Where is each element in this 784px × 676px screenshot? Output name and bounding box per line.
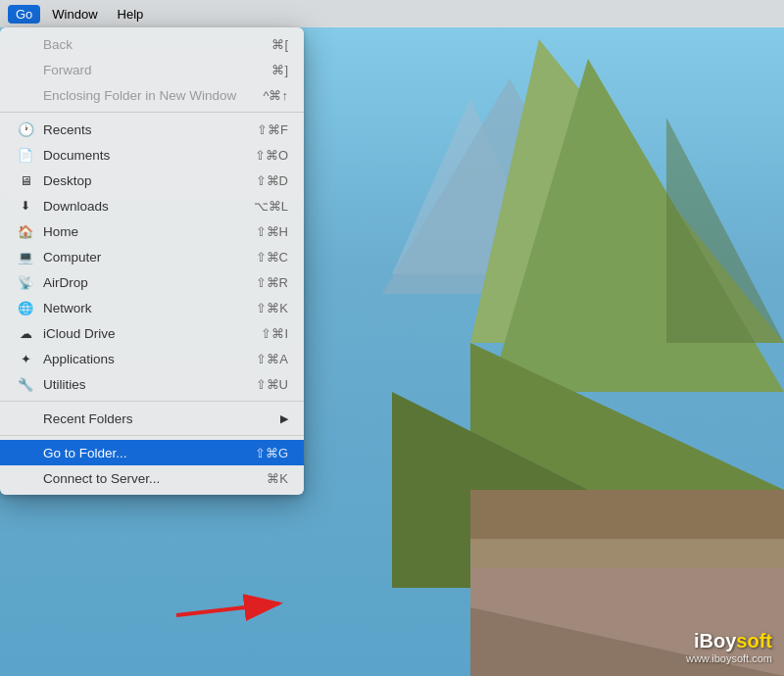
network-icon: 🌐: [16, 301, 35, 315]
computer-icon: 💻: [16, 250, 35, 265]
desktop-icon: 🖥: [16, 173, 35, 188]
network-shortcut: ⇧⌘K: [256, 301, 288, 315]
home-icon: 🏠: [16, 224, 35, 239]
menu-item-connect-server[interactable]: Connect to Server... ⌘K: [0, 465, 304, 491]
menu-item-airdrop[interactable]: 📡 AirDrop ⇧⌘R: [0, 269, 304, 295]
menu-go[interactable]: Go: [8, 5, 40, 24]
watermark-iboy: iBoy: [694, 630, 736, 652]
menu-item-applications[interactable]: ✦ Applications ⇧⌘A: [0, 346, 304, 371]
downloads-icon: ⬇: [16, 199, 35, 213]
utilities-label: Utilities: [43, 377, 256, 392]
menu-item-desktop[interactable]: 🖥 Desktop ⇧⌘D: [0, 168, 304, 193]
separator-2: [0, 401, 304, 402]
menu-item-go-to-folder[interactable]: Go to Folder... ⇧⌘G: [0, 440, 304, 465]
computer-label: Computer: [43, 250, 256, 265]
airdrop-shortcut: ⇧⌘R: [256, 275, 288, 290]
icloud-label: iCloud Drive: [43, 326, 261, 341]
menu-item-icloud[interactable]: ☁ iCloud Drive ⇧⌘I: [0, 320, 304, 346]
computer-shortcut: ⇧⌘C: [256, 250, 288, 265]
connect-server-label: Connect to Server...: [43, 471, 267, 486]
menu-item-recents[interactable]: 🕐 Recents ⇧⌘F: [0, 117, 304, 142]
downloads-shortcut: ⌥⌘L: [254, 199, 288, 214]
menu-item-recent-folders[interactable]: Recent Folders ▶: [0, 406, 304, 431]
connect-server-shortcut: ⌘K: [267, 471, 288, 486]
arrow-annotation: [167, 586, 304, 629]
separator-3: [0, 435, 304, 436]
menu-item-home[interactable]: 🏠 Home ⇧⌘H: [0, 218, 304, 244]
submenu-arrow: ▶: [280, 412, 288, 425]
enclosing-label: Enclosing Folder in New Window: [43, 88, 263, 103]
applications-shortcut: ⇧⌘A: [256, 352, 288, 366]
go-to-folder-label: Go to Folder...: [43, 446, 255, 460]
go-to-folder-shortcut: ⇧⌘G: [255, 446, 288, 460]
menu-item-utilities[interactable]: 🔧 Utilities ⇧⌘U: [0, 371, 304, 397]
home-label: Home: [43, 224, 256, 239]
applications-icon: ✦: [16, 352, 35, 366]
separator-1: [0, 112, 304, 113]
watermark-url: www.iboysoft.com: [686, 652, 772, 664]
utilities-shortcut: ⇧⌘U: [256, 377, 288, 392]
desktop-shortcut: ⇧⌘D: [256, 173, 288, 188]
airdrop-icon: 📡: [16, 275, 35, 290]
menu-item-downloads[interactable]: ⬇ Downloads ⌥⌘L: [0, 193, 304, 218]
utilities-icon: 🔧: [16, 377, 35, 392]
recents-icon: 🕐: [16, 121, 35, 137]
documents-shortcut: ⇧⌘O: [255, 148, 288, 163]
desktop-label: Desktop: [43, 173, 256, 188]
menu-help[interactable]: Help: [110, 5, 152, 24]
svg-line-13: [176, 604, 279, 615]
forward-label: Forward: [43, 63, 271, 77]
icloud-shortcut: ⇧⌘I: [261, 326, 288, 341]
downloads-label: Downloads: [43, 199, 254, 214]
menu-item-back[interactable]: Back ⌘[: [0, 31, 304, 57]
menu-window[interactable]: Window: [44, 5, 105, 24]
applications-label: Applications: [43, 352, 256, 366]
watermark-soft: soft: [736, 630, 772, 652]
documents-icon: 📄: [16, 148, 35, 163]
back-shortcut: ⌘[: [271, 37, 288, 52]
menu-item-forward[interactable]: Forward ⌘]: [0, 57, 304, 82]
menu-item-computer[interactable]: 💻 Computer ⇧⌘C: [0, 244, 304, 269]
home-shortcut: ⇧⌘H: [256, 224, 288, 239]
recent-folders-label: Recent Folders: [43, 411, 280, 426]
forward-shortcut: ⌘]: [271, 63, 288, 77]
menu-item-documents[interactable]: 📄 Documents ⇧⌘O: [0, 142, 304, 168]
network-label: Network: [43, 301, 256, 315]
airdrop-label: AirDrop: [43, 275, 256, 290]
go-menu-dropdown: Back ⌘[ Forward ⌘] Enclosing Folder in N…: [0, 27, 304, 495]
menu-bar: Go Window Help: [0, 0, 784, 27]
enclosing-shortcut: ^⌘↑: [263, 88, 288, 103]
documents-label: Documents: [43, 148, 255, 163]
watermark: iBoy soft www.iboysoft.com: [686, 630, 772, 664]
icloud-icon: ☁: [16, 326, 35, 341]
menu-item-network[interactable]: 🌐 Network ⇧⌘K: [0, 295, 304, 320]
recents-shortcut: ⇧⌘F: [257, 122, 288, 137]
menu-item-enclosing[interactable]: Enclosing Folder in New Window ^⌘↑: [0, 82, 304, 108]
recents-label: Recents: [43, 122, 257, 137]
back-label: Back: [43, 37, 271, 52]
